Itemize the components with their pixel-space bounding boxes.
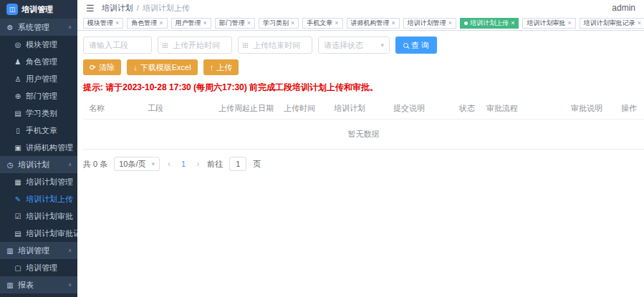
tab-department-management[interactable]: 部门管理 × <box>215 18 255 29</box>
close-icon[interactable]: × <box>159 20 163 26</box>
sidebar-item-plan-upload[interactable]: ✎ 培训计划上传 <box>0 190 77 208</box>
hamburger-icon[interactable]: ☰ <box>86 3 95 14</box>
sidebar-item-plan-management[interactable]: ▦ 培训计划管理 <box>0 173 77 190</box>
close-icon[interactable]: × <box>567 20 571 26</box>
tab-label: 培训计划审批 <box>527 19 565 28</box>
sidebar-group-label: 培训管理 <box>18 245 49 256</box>
col-name: 名称 <box>83 98 142 120</box>
sidebar-item-module-management[interactable]: ◎ 模块管理 <box>0 36 77 53</box>
tab-user-management[interactable]: 用户管理 × <box>171 18 211 29</box>
sidebar-item-plan-approval[interactable]: ☑ 培训计划审批 <box>0 208 77 225</box>
close-icon[interactable]: × <box>511 20 514 26</box>
close-icon[interactable]: × <box>247 20 251 26</box>
sidebar-item-label: 角色管理 <box>26 57 57 67</box>
close-icon[interactable]: × <box>638 20 641 26</box>
sidebar-item-learning-category[interactable]: ▤ 学习类别 <box>0 104 77 122</box>
sidebar-item-label: 模块管理 <box>26 39 57 50</box>
upload-button-label: 上传 <box>216 62 232 73</box>
refresh-icon: ⟳ <box>90 63 96 72</box>
sidebar-group-label: 系统管理 <box>18 22 49 33</box>
upload-button[interactable]: ↑ 上传 <box>203 59 239 75</box>
goto-page-input[interactable] <box>229 157 246 171</box>
sidebar: ◫ 培训管理 ⚙ 系统管理 ∧ ◎ 模块管理 ♟ 角色管理 ♙ 用户管理 ⊕ 部… <box>0 0 77 297</box>
tab-lecturer-org-management[interactable]: 讲师机构管理 × <box>347 18 400 29</box>
page-content: ⊞ ⊞ 请选择状态 ▾ 查 询 ⟳ 清除 <box>77 31 644 297</box>
sidebar-item-role-management[interactable]: ♟ 角色管理 <box>0 53 77 70</box>
upload-start-date-input[interactable] <box>158 36 232 54</box>
tab-role-management[interactable]: 角色管理 × <box>127 18 167 29</box>
upload-end-date-input[interactable] <box>238 36 312 54</box>
tab-plan-upload[interactable]: 培训计划上传 × <box>460 18 519 29</box>
tab-label: 讲师机构管理 <box>351 19 390 28</box>
tab-label: 用户管理 <box>176 19 201 28</box>
chevron-up-icon: ∧ <box>68 282 72 288</box>
col-status: 状态 <box>453 98 481 120</box>
sidebar-item-label: 培训管理 <box>26 263 57 273</box>
sidebar-item-user-management[interactable]: ♙ 用户管理 <box>0 70 77 87</box>
next-page-button[interactable]: › <box>195 159 201 169</box>
tab-bar: 模块管理 × 角色管理 × 用户管理 × 部门管理 × 学习类别 × 手机文章 … <box>77 16 644 31</box>
page-size-select[interactable]: 10条/页 ▾ <box>114 157 160 171</box>
chevron-up-icon: ∧ <box>68 24 72 30</box>
download-template-button[interactable]: ↓ 下载模版Excel <box>127 59 197 75</box>
article-icon: ▯ <box>14 127 22 135</box>
sidebar-group-training-management[interactable]: ▥ 培训管理 ∧ <box>0 242 77 259</box>
status-select[interactable]: 请选择状态 ▾ <box>318 36 390 54</box>
sidebar-item-label: 用户管理 <box>26 74 57 84</box>
work-section-input[interactable] <box>83 36 152 54</box>
col-approval-note: 审批说明 <box>565 98 615 120</box>
chevron-down-icon: ▾ <box>380 42 384 49</box>
sidebar-group-training-plan[interactable]: ◷ 培训计划 ∧ <box>0 156 77 173</box>
action-button-row: ⟳ 清除 ↓ 下载模版Excel ↑ 上传 <box>83 59 638 75</box>
current-page[interactable]: 1 <box>178 160 188 168</box>
tab-plan-approval[interactable]: 培训计划审批 × <box>522 18 575 29</box>
user-menu[interactable]: admin <box>612 3 635 13</box>
clear-button[interactable]: ⟳ 清除 <box>83 59 121 75</box>
tab-mobile-articles[interactable]: 手机文章 × <box>302 18 342 29</box>
sidebar-item-plan-approval-records[interactable]: ▤ 培训计划审批记录 <box>0 225 77 242</box>
sidebar-item-label: 培训计划管理 <box>26 177 73 188</box>
close-icon[interactable]: × <box>203 20 207 26</box>
tab-label: 学习类别 <box>263 19 289 28</box>
table-header-row: 名称 工段 上传周起止日期 上传时间 培训计划 提交说明 状态 审批流程 审批说… <box>83 98 644 120</box>
gear-icon: ⚙ <box>6 24 14 31</box>
sidebar-item-label: 培训计划审批记录 <box>26 228 77 239</box>
close-icon[interactable]: × <box>448 20 452 26</box>
deadline-notice: 提示: 请于2023-10-28 17:30 (每周六17:30) 前完成工段培… <box>83 82 638 94</box>
plan-upload-icon: ✎ <box>14 195 22 203</box>
prev-page-button[interactable]: ‹ <box>166 159 172 169</box>
sidebar-group-reports[interactable]: ▥ 报表 ∧ <box>0 276 77 293</box>
tab-label: 手机文章 <box>307 19 332 28</box>
tab-module-management[interactable]: 模块管理 × <box>83 18 123 29</box>
plan-manage-icon: ▦ <box>14 178 22 186</box>
sidebar-item-training-management[interactable]: ▢ 培训管理 <box>0 259 77 276</box>
sidebar-item-lecturer-org-management[interactable]: ▣ 讲师机构管理 <box>0 139 77 156</box>
active-dot-icon <box>464 21 468 25</box>
organization-icon: ▣ <box>14 144 22 152</box>
sidebar-item-label: 手机文章 <box>26 125 57 136</box>
chevron-up-icon: ∧ <box>68 162 72 167</box>
filter-row: ⊞ ⊞ 请选择状态 ▾ 查 询 <box>83 36 638 54</box>
col-approval-flow: 审批流程 <box>481 98 565 120</box>
sidebar-item-label: 部门管理 <box>26 91 57 102</box>
upload-icon: ↑ <box>210 63 214 72</box>
role-icon: ♟ <box>14 58 22 66</box>
close-icon[interactable]: × <box>115 20 119 26</box>
chevron-down-icon: ▾ <box>152 160 155 167</box>
tab-label: 模块管理 <box>87 19 113 28</box>
close-icon[interactable]: × <box>291 20 294 26</box>
sidebar-item-department-management[interactable]: ⊕ 部门管理 <box>0 87 77 104</box>
close-icon[interactable]: × <box>392 20 395 26</box>
search-button[interactable]: 查 询 <box>395 36 437 54</box>
plan-table: 名称 工段 上传周起止日期 上传时间 培训计划 提交说明 状态 审批流程 审批说… <box>83 98 644 150</box>
tab-plan-approval-records[interactable]: 培训计划审批记录 × <box>580 18 644 29</box>
sidebar-item-mobile-articles[interactable]: ▯ 手机文章 <box>0 122 77 139</box>
close-icon[interactable]: × <box>335 20 338 26</box>
app-root: ◫ 培训管理 ⚙ 系统管理 ∧ ◎ 模块管理 ♟ 角色管理 ♙ 用户管理 ⊕ 部… <box>0 0 644 297</box>
goto-label: 前往 <box>207 159 223 170</box>
tab-learning-category[interactable]: 学习类别 × <box>259 18 299 29</box>
tab-plan-management[interactable]: 培训计划管理 × <box>403 18 456 29</box>
sidebar-group-system[interactable]: ⚙ 系统管理 ∧ <box>0 19 77 36</box>
col-work-section: 工段 <box>142 98 213 120</box>
download-icon: ↓ <box>133 63 138 72</box>
